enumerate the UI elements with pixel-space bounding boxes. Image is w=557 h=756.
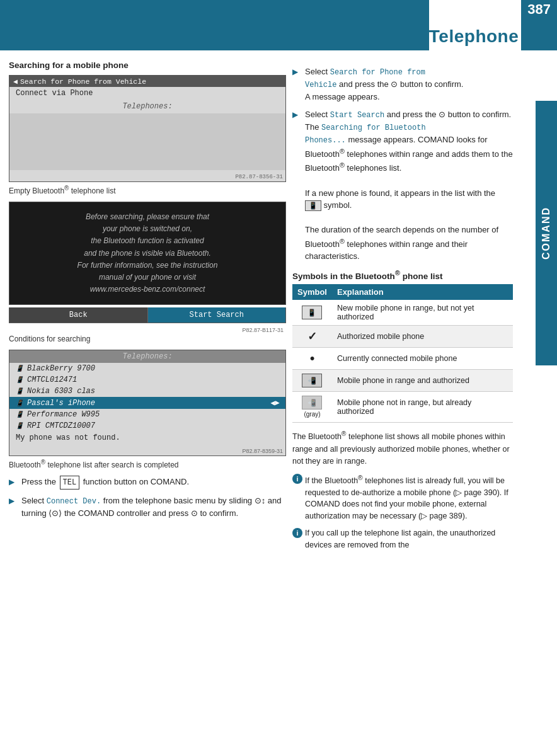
symbol-cell-5: 📲 (gray)	[292, 392, 332, 423]
photo-ref-3: P82.87-8359-31	[9, 447, 285, 455]
screen-header-1: ◀ Search for Phone from Vehicle	[9, 76, 285, 87]
start-search-button[interactable]: Start Search	[148, 307, 286, 323]
code-searching: Searching for BluetoothPhones...	[305, 123, 426, 145]
right-text-1: Select Search for Phone fromVehicle and …	[305, 66, 463, 103]
code-search-phone: Search for Phone fromVehicle	[305, 68, 425, 89]
list-item: 📱 Nokia 6303 clas	[9, 386, 285, 397]
warning-line5: For further information, see the instruc…	[78, 261, 218, 270]
warning-line4: and the phone is visible via Bluetooth.	[84, 249, 210, 258]
scroll-indicator: ◀▶	[270, 398, 279, 408]
photo-ref-2: P82.87-B117-31	[9, 326, 286, 335]
page-header: Telephone 387	[0, 0, 557, 50]
right-bullet-2: ▶ Select Start Search and press the ⊙ bu…	[292, 108, 513, 263]
page-number: 387	[521, 0, 557, 50]
new-phone-symbol: 📱	[305, 200, 321, 211]
phone-icon-5: 📱	[16, 411, 23, 418]
left-column: Searching for a mobile phone ◀ Search fo…	[9, 60, 286, 551]
screen-mockup-1: ◀ Search for Phone from Vehicle Connect …	[9, 75, 286, 182]
right-bullet-1: ▶ Select Search for Phone fromVehicle an…	[292, 66, 513, 103]
checkmark-icon: ✓	[307, 330, 317, 343]
phone-list-header: Telephones:	[9, 350, 285, 363]
header-blue-bar	[0, 0, 429, 50]
screen-empty-area	[9, 113, 285, 170]
screen-back-icon: ◀	[13, 77, 18, 86]
gray-label: (gray)	[304, 411, 320, 418]
info-icon-2: i	[292, 528, 302, 538]
bullet-text-2: Select Connect Dev. from the telephone b…	[21, 495, 286, 520]
new-phone-icon: 📱	[302, 306, 322, 319]
phone-icon-6: 📱	[16, 422, 23, 430]
dot-icon: •	[310, 350, 315, 366]
warning-line7: www.mercedes-benz.com/connect	[90, 285, 205, 294]
phone-name-5: Performance W995	[27, 410, 100, 419]
table-row: 📱 New mobile phone in range, but not yet…	[292, 300, 513, 326]
bullet-text-1: Press the TEL function button on COMAND.	[21, 476, 189, 490]
symbol-cell-1: 📱	[292, 300, 332, 326]
info-text-1: If the Bluetooth® telephones list is alr…	[305, 473, 513, 522]
phone-list-screen: Telephones: 📱 BlackBerry 9700 📱 CMTCL012…	[9, 350, 286, 456]
screen-header-title: Search for Phone from Vehicle	[20, 77, 146, 86]
symbol-cell-4: 📲	[292, 370, 332, 392]
warning-line6: manual of your phone or visit	[99, 273, 196, 282]
info-block-2: i If you call up the telephone list agai…	[292, 527, 513, 551]
screen-telephones-label: Telephones:	[9, 100, 285, 113]
paragraph-1: The Bluetooth® telephone list shows all …	[292, 429, 513, 467]
table-row: ✓ Authorized mobile phone	[292, 326, 513, 348]
code-connect-dev: Connect Dev.	[47, 497, 101, 506]
warning-line2: your phone is switched on,	[103, 224, 192, 233]
right-text-2: Select Start Search and press the ⊙ butt…	[305, 108, 513, 263]
explanation-cell-4: Mobile phone in range and authorized	[332, 370, 513, 392]
phone-name-6: RPI CMTCDZ10007	[27, 421, 95, 430]
phone-name-1: BlackBerry 9700	[27, 364, 95, 373]
main-content: Searching for a mobile phone ◀ Search fo…	[0, 50, 557, 557]
right-col-content: ▶ Select Search for Phone fromVehicle an…	[292, 66, 538, 551]
phone-name-3: Nokia 6303 clas	[27, 387, 95, 396]
explanation-cell-1: New mobile phone in range, but not yet a…	[332, 300, 513, 326]
right-arrow-1: ▶	[292, 66, 301, 77]
symbol-cell-2: ✓	[292, 326, 332, 348]
info-icon-1: i	[292, 474, 302, 484]
warning-buttons: Back Start Search	[9, 307, 286, 323]
left-bullet-list: ▶ Press the TEL function button on COMAN…	[9, 476, 286, 520]
gray-phone-icon: 📲 (gray)	[297, 396, 327, 418]
phone-name-2: CMTCL012471	[27, 375, 77, 384]
bullet-item-1: ▶ Press the TEL function button on COMAN…	[9, 476, 286, 490]
right-bullet-list: ▶ Select Search for Phone fromVehicle an…	[292, 66, 513, 263]
bullet-arrow-2: ▶	[9, 495, 18, 507]
list-item: 📱 Performance W995	[9, 409, 285, 420]
phone-not-found: My phone was not found.	[9, 432, 285, 444]
warning-line1: Before searching, please ensure that	[86, 212, 209, 221]
explanation-cell-5: Mobile phone not in range, but already a…	[332, 392, 513, 423]
bullet-item-2: ▶ Select Connect Dev. from the telephone…	[9, 495, 286, 520]
phone-gray-icon: 📲	[302, 396, 322, 410]
code-start-search: Start Search	[330, 111, 384, 120]
info-text-2: If you call up the telephone list again,…	[305, 527, 513, 551]
list-item: 📱 RPI CMTCDZ10007	[9, 420, 285, 432]
phone-icon-3: 📱	[16, 387, 23, 395]
warning-line3: the Bluetooth function is activated	[91, 236, 204, 245]
screen-photo-ref-1: P82.87-8356-31	[9, 173, 285, 181]
page-title: Telephone	[429, 26, 519, 47]
list-item: 📱 CMTCL012471	[9, 374, 285, 386]
symbol-table-title: Symbols in the Bluetooth® phone list	[292, 269, 513, 281]
table-header-symbol: Symbol	[292, 284, 332, 300]
table-row: • Currently connected mobile phone	[292, 348, 513, 370]
phone-icon-4: 📱	[16, 399, 23, 407]
table-header-explanation: Explanation	[332, 284, 513, 300]
symbol-table: Symbol Explanation 📱 New mobile phone in…	[292, 284, 513, 423]
caption-3: Bluetooth® telephone list after search i…	[9, 459, 286, 469]
screen-menu-connect: Connect via Phone	[9, 87, 285, 100]
back-button[interactable]: Back	[9, 307, 148, 323]
explanation-cell-2: Authorized mobile phone	[332, 326, 513, 348]
phone-name-4: Pascal's iPhone	[27, 399, 95, 408]
phone-auth-icon: 📲	[302, 374, 322, 387]
bullet-arrow-1: ▶	[9, 476, 18, 488]
right-arrow-2: ▶	[292, 109, 301, 120]
warning-box: Before searching, please ensure that you…	[9, 202, 286, 305]
list-item-highlighted: 📱 Pascal's iPhone ◀▶	[9, 397, 285, 409]
list-item: 📱 BlackBerry 9700	[9, 363, 285, 374]
table-row: 📲 Mobile phone in range and authorized	[292, 370, 513, 392]
info-block-1: i If the Bluetooth® telephones list is a…	[292, 473, 513, 522]
caption-2: Conditions for searching	[9, 335, 286, 343]
phone-icon-2: 📱	[16, 376, 23, 384]
